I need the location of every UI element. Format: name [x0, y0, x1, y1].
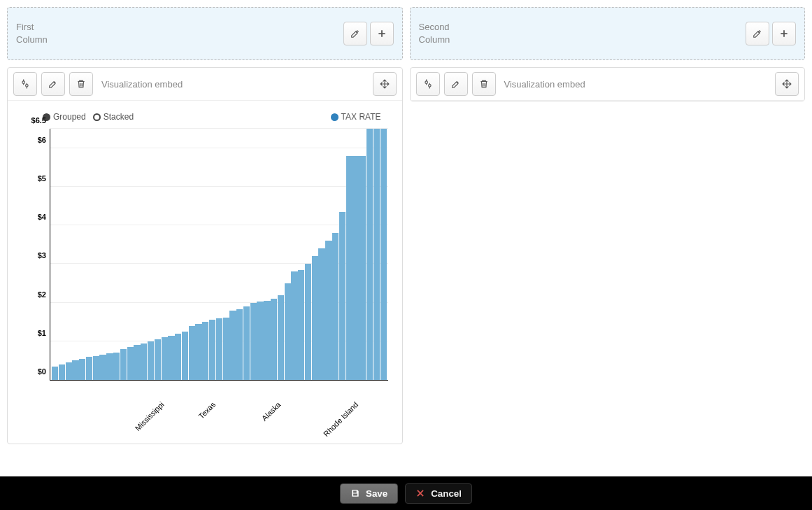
y-axis-tick: $1 — [38, 329, 50, 337]
chart-bar[interactable] — [373, 129, 380, 380]
y-axis-tick: $3 — [38, 251, 50, 260]
svg-point-1 — [26, 85, 29, 87]
chart-bar[interactable] — [86, 357, 92, 380]
chart-bar[interactable] — [127, 347, 134, 380]
chart-bar[interactable] — [66, 362, 72, 380]
radio-empty-icon — [93, 113, 101, 121]
chart-bar[interactable] — [264, 301, 270, 380]
column-placeholder-left[interactable]: First Column — [7, 7, 403, 60]
x-axis-label: Texas — [197, 400, 218, 420]
chart-bar[interactable] — [148, 341, 154, 380]
x-axis-label: Rhode Island — [322, 400, 359, 438]
chart-bar[interactable] — [59, 364, 65, 380]
chart-bar[interactable] — [291, 271, 297, 380]
chart-bar[interactable] — [380, 129, 387, 380]
series-legend: TAX RATE — [331, 112, 381, 122]
chart-bar[interactable] — [229, 311, 236, 380]
chart-bar[interactable] — [134, 345, 140, 380]
chart-bar[interactable] — [141, 343, 147, 380]
chart-bar[interactable] — [195, 324, 201, 380]
chart-bar[interactable] — [209, 320, 215, 380]
chart-bar[interactable] — [162, 337, 168, 380]
mode-stacked[interactable]: Stacked — [93, 112, 134, 122]
placeholder-label: Second Column — [419, 21, 450, 45]
chart-bar[interactable] — [216, 318, 222, 380]
chart-bar[interactable] — [339, 212, 346, 380]
cancel-button[interactable]: Cancel — [405, 483, 472, 504]
add-button[interactable] — [772, 22, 796, 45]
chart-bar[interactable] — [285, 283, 291, 380]
chart-bar[interactable] — [99, 355, 106, 380]
delete-button[interactable] — [472, 72, 496, 96]
chart-bar[interactable] — [352, 156, 359, 380]
chart-bar[interactable] — [332, 233, 339, 380]
chart-bar[interactable] — [312, 256, 318, 380]
chart-bar[interactable] — [359, 156, 366, 380]
map-panel: Visualization embed — [410, 67, 806, 101]
x-axis-label: Alaska — [260, 400, 283, 423]
chart-bar[interactable] — [202, 322, 208, 380]
chart-bar[interactable] — [120, 349, 127, 380]
chart-bar[interactable] — [72, 360, 78, 380]
edit-button[interactable] — [746, 22, 769, 45]
move-button[interactable] — [373, 72, 397, 96]
chart-bar[interactable] — [175, 334, 181, 380]
y-axis-tick: $0 — [38, 367, 50, 376]
svg-point-3 — [428, 85, 431, 87]
chart-panel: Visualization embed Grouped Stacked TAX … — [7, 67, 403, 444]
y-axis-tick: $2 — [38, 290, 50, 299]
add-button[interactable] — [370, 22, 394, 45]
chart-bar[interactable] — [113, 353, 120, 380]
chart-bar[interactable] — [250, 303, 257, 380]
chart-bar[interactable] — [325, 241, 332, 380]
chart-bar[interactable] — [278, 295, 284, 381]
close-icon — [415, 488, 425, 498]
chart-bar[interactable] — [257, 302, 263, 380]
chart-bar[interactable] — [79, 359, 85, 380]
y-axis-tick: $6.5 — [31, 116, 50, 125]
chart-bar[interactable] — [52, 367, 58, 380]
svg-point-2 — [425, 81, 427, 84]
chart-bar[interactable] — [243, 306, 250, 380]
panel-title: Visualization embed — [101, 79, 183, 90]
chart-bar[interactable] — [236, 309, 243, 380]
series-swatch-icon — [331, 113, 339, 121]
placeholder-label: First Column — [16, 21, 48, 45]
chart-bar[interactable] — [346, 156, 352, 380]
move-button[interactable] — [775, 72, 799, 96]
y-axis-tick: $5 — [38, 174, 50, 183]
settings-button[interactable] — [416, 72, 440, 96]
x-axis-label: Mississippi — [133, 400, 165, 432]
column-placeholder-right[interactable]: Second Column — [410, 7, 806, 60]
chart-bar[interactable] — [366, 129, 373, 380]
edit-button[interactable] — [444, 72, 468, 96]
chart-bar[interactable] — [189, 326, 195, 380]
chart-bar[interactable] — [106, 353, 113, 380]
chart-bar[interactable] — [182, 332, 188, 380]
chart-bar[interactable] — [223, 318, 229, 380]
svg-point-0 — [22, 81, 25, 84]
y-axis-tick: $6 — [38, 136, 50, 144]
chart-bar[interactable] — [93, 356, 99, 380]
action-bar: Save Cancel — [0, 476, 812, 510]
settings-button[interactable] — [13, 72, 37, 96]
save-icon — [350, 488, 360, 498]
chart-bar[interactable] — [168, 336, 174, 381]
edit-button[interactable] — [343, 22, 367, 45]
chart-bar[interactable] — [298, 270, 304, 380]
bar-chart: Grouped Stacked TAX RATE $0$1$2$3$4$5$6$… — [8, 101, 402, 444]
panel-title: Visualization embed — [504, 79, 585, 90]
edit-button[interactable] — [41, 72, 65, 96]
y-axis-tick: $4 — [38, 213, 50, 221]
delete-button[interactable] — [69, 72, 93, 96]
save-button[interactable]: Save — [340, 483, 398, 504]
chart-bar[interactable] — [318, 248, 325, 380]
chart-bar[interactable] — [305, 264, 311, 380]
chart-bar[interactable] — [271, 299, 277, 380]
chart-bar[interactable] — [155, 339, 161, 380]
